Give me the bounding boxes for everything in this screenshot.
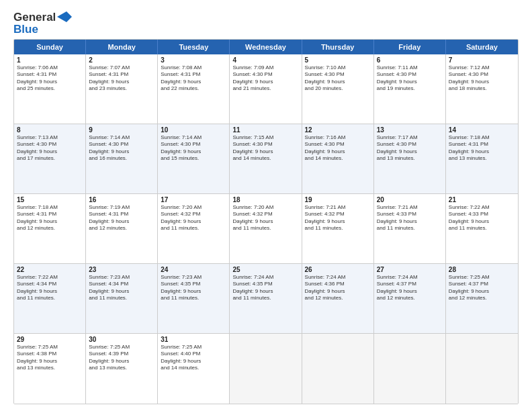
day-info: Sunrise: 7:15 AM Sunset: 4:30 PM Dayligh… <box>232 134 298 163</box>
calendar-cell: 20Sunrise: 7:21 AM Sunset: 4:33 PM Dayli… <box>374 194 446 263</box>
day-number: 13 <box>377 126 443 134</box>
day-number: 3 <box>161 56 226 64</box>
day-number: 4 <box>232 56 298 64</box>
calendar-cell: 4Sunrise: 7:09 AM Sunset: 4:30 PM Daylig… <box>230 54 302 124</box>
day-number: 5 <box>305 56 371 64</box>
day-info: Sunrise: 7:16 AM Sunset: 4:30 PM Dayligh… <box>305 134 371 163</box>
week-row-2: 8Sunrise: 7:13 AM Sunset: 4:30 PM Daylig… <box>14 124 518 194</box>
day-info: Sunrise: 7:20 AM Sunset: 4:32 PM Dayligh… <box>161 204 226 232</box>
day-number: 24 <box>161 266 226 273</box>
calendar-cell: 27Sunrise: 7:24 AM Sunset: 4:37 PM Dayli… <box>374 264 446 333</box>
calendar-cell: 19Sunrise: 7:21 AM Sunset: 4:32 PM Dayli… <box>302 194 374 263</box>
day-number: 11 <box>232 126 298 134</box>
logo-general: General <box>13 11 56 24</box>
header: General Blue <box>13 11 519 36</box>
day-info: Sunrise: 7:22 AM Sunset: 4:34 PM Dayligh… <box>17 274 83 302</box>
calendar-cell: 9Sunrise: 7:14 AM Sunset: 4:30 PM Daylig… <box>86 124 158 193</box>
day-number: 8 <box>17 126 83 134</box>
logo-blue: Blue <box>13 23 38 36</box>
calendar-cell: 5Sunrise: 7:10 AM Sunset: 4:30 PM Daylig… <box>302 54 374 124</box>
day-info: Sunrise: 7:21 AM Sunset: 4:32 PM Dayligh… <box>305 204 371 232</box>
day-info: Sunrise: 7:12 AM Sunset: 4:30 PM Dayligh… <box>449 64 515 93</box>
header-cell-friday: Friday <box>374 40 446 54</box>
calendar-cell: 26Sunrise: 7:24 AM Sunset: 4:36 PM Dayli… <box>302 264 374 333</box>
day-number: 10 <box>161 126 226 134</box>
calendar-cell: 10Sunrise: 7:14 AM Sunset: 4:30 PM Dayli… <box>158 124 230 193</box>
day-info: Sunrise: 7:18 AM Sunset: 4:31 PM Dayligh… <box>449 134 515 163</box>
calendar-cell <box>446 334 518 404</box>
week-row-3: 15Sunrise: 7:18 AM Sunset: 4:31 PM Dayli… <box>14 194 518 264</box>
calendar-cell: 6Sunrise: 7:11 AM Sunset: 4:30 PM Daylig… <box>374 54 446 124</box>
header-cell-monday: Monday <box>86 40 158 54</box>
day-info: Sunrise: 7:24 AM Sunset: 4:37 PM Dayligh… <box>377 274 443 302</box>
day-number: 31 <box>161 336 226 343</box>
day-info: Sunrise: 7:22 AM Sunset: 4:33 PM Dayligh… <box>449 204 515 232</box>
week-row-1: 1Sunrise: 7:06 AM Sunset: 4:31 PM Daylig… <box>14 54 518 124</box>
day-info: Sunrise: 7:14 AM Sunset: 4:30 PM Dayligh… <box>89 134 154 163</box>
calendar-header: SundayMondayTuesdayWednesdayThursdayFrid… <box>14 40 518 54</box>
header-cell-wednesday: Wednesday <box>230 40 302 54</box>
calendar-cell: 28Sunrise: 7:25 AM Sunset: 4:37 PM Dayli… <box>446 264 518 333</box>
day-number: 26 <box>305 266 371 273</box>
day-number: 21 <box>449 196 515 203</box>
svg-marker-0 <box>57 11 72 22</box>
day-info: Sunrise: 7:25 AM Sunset: 4:39 PM Dayligh… <box>89 344 154 372</box>
calendar-cell: 2Sunrise: 7:07 AM Sunset: 4:31 PM Daylig… <box>86 54 158 124</box>
logo: General Blue <box>13 11 72 36</box>
calendar-cell: 24Sunrise: 7:23 AM Sunset: 4:35 PM Dayli… <box>158 264 230 333</box>
day-number: 7 <box>449 56 515 64</box>
day-number: 18 <box>232 196 298 203</box>
day-info: Sunrise: 7:10 AM Sunset: 4:30 PM Dayligh… <box>305 64 371 93</box>
calendar-cell: 29Sunrise: 7:25 AM Sunset: 4:38 PM Dayli… <box>14 334 86 404</box>
calendar-cell: 3Sunrise: 7:08 AM Sunset: 4:31 PM Daylig… <box>158 54 230 124</box>
day-info: Sunrise: 7:06 AM Sunset: 4:31 PM Dayligh… <box>17 64 83 93</box>
day-number: 25 <box>232 266 298 273</box>
calendar-cell: 8Sunrise: 7:13 AM Sunset: 4:30 PM Daylig… <box>14 124 86 193</box>
header-cell-tuesday: Tuesday <box>158 40 230 54</box>
day-number: 19 <box>305 196 371 203</box>
calendar-cell: 15Sunrise: 7:18 AM Sunset: 4:31 PM Dayli… <box>14 194 86 263</box>
calendar-cell <box>230 334 302 404</box>
calendar-cell: 14Sunrise: 7:18 AM Sunset: 4:31 PM Dayli… <box>446 124 518 193</box>
day-info: Sunrise: 7:07 AM Sunset: 4:31 PM Dayligh… <box>89 64 154 93</box>
calendar-cell: 1Sunrise: 7:06 AM Sunset: 4:31 PM Daylig… <box>14 54 86 124</box>
calendar-cell: 21Sunrise: 7:22 AM Sunset: 4:33 PM Dayli… <box>446 194 518 263</box>
day-number: 16 <box>89 196 154 203</box>
calendar-cell: 31Sunrise: 7:25 AM Sunset: 4:40 PM Dayli… <box>158 334 230 404</box>
day-number: 15 <box>17 196 83 203</box>
day-info: Sunrise: 7:25 AM Sunset: 4:37 PM Dayligh… <box>449 274 515 302</box>
calendar-cell: 11Sunrise: 7:15 AM Sunset: 4:30 PM Dayli… <box>230 124 302 193</box>
day-number: 12 <box>305 126 371 134</box>
day-number: 9 <box>89 126 154 134</box>
calendar-cell: 30Sunrise: 7:25 AM Sunset: 4:39 PM Dayli… <box>86 334 158 404</box>
header-cell-sunday: Sunday <box>14 40 86 54</box>
day-number: 30 <box>89 336 154 343</box>
day-number: 23 <box>89 266 154 273</box>
calendar-cell: 7Sunrise: 7:12 AM Sunset: 4:30 PM Daylig… <box>446 54 518 124</box>
week-row-4: 22Sunrise: 7:22 AM Sunset: 4:34 PM Dayli… <box>14 264 518 334</box>
calendar-cell: 25Sunrise: 7:24 AM Sunset: 4:35 PM Dayli… <box>230 264 302 333</box>
day-number: 29 <box>17 336 83 343</box>
calendar-cell: 13Sunrise: 7:17 AM Sunset: 4:30 PM Dayli… <box>374 124 446 193</box>
header-cell-saturday: Saturday <box>446 40 518 54</box>
day-info: Sunrise: 7:13 AM Sunset: 4:30 PM Dayligh… <box>17 134 83 163</box>
day-number: 27 <box>377 266 443 273</box>
calendar: SundayMondayTuesdayWednesdayThursdayFrid… <box>13 39 519 404</box>
day-info: Sunrise: 7:11 AM Sunset: 4:30 PM Dayligh… <box>377 64 443 93</box>
day-number: 22 <box>17 266 83 273</box>
day-info: Sunrise: 7:24 AM Sunset: 4:35 PM Dayligh… <box>232 274 298 302</box>
day-info: Sunrise: 7:09 AM Sunset: 4:30 PM Dayligh… <box>232 64 298 93</box>
header-cell-thursday: Thursday <box>302 40 374 54</box>
day-info: Sunrise: 7:20 AM Sunset: 4:32 PM Dayligh… <box>232 204 298 232</box>
calendar-body: 1Sunrise: 7:06 AM Sunset: 4:31 PM Daylig… <box>14 54 518 404</box>
day-info: Sunrise: 7:23 AM Sunset: 4:35 PM Dayligh… <box>161 274 226 302</box>
day-info: Sunrise: 7:23 AM Sunset: 4:34 PM Dayligh… <box>89 274 154 302</box>
day-number: 6 <box>377 56 443 64</box>
day-info: Sunrise: 7:24 AM Sunset: 4:36 PM Dayligh… <box>305 274 371 302</box>
calendar-cell: 12Sunrise: 7:16 AM Sunset: 4:30 PM Dayli… <box>302 124 374 193</box>
calendar-cell: 23Sunrise: 7:23 AM Sunset: 4:34 PM Dayli… <box>86 264 158 333</box>
calendar-cell <box>302 334 374 404</box>
calendar-cell: 17Sunrise: 7:20 AM Sunset: 4:32 PM Dayli… <box>158 194 230 263</box>
day-number: 28 <box>449 266 515 273</box>
logo-arrow-icon <box>57 11 72 22</box>
